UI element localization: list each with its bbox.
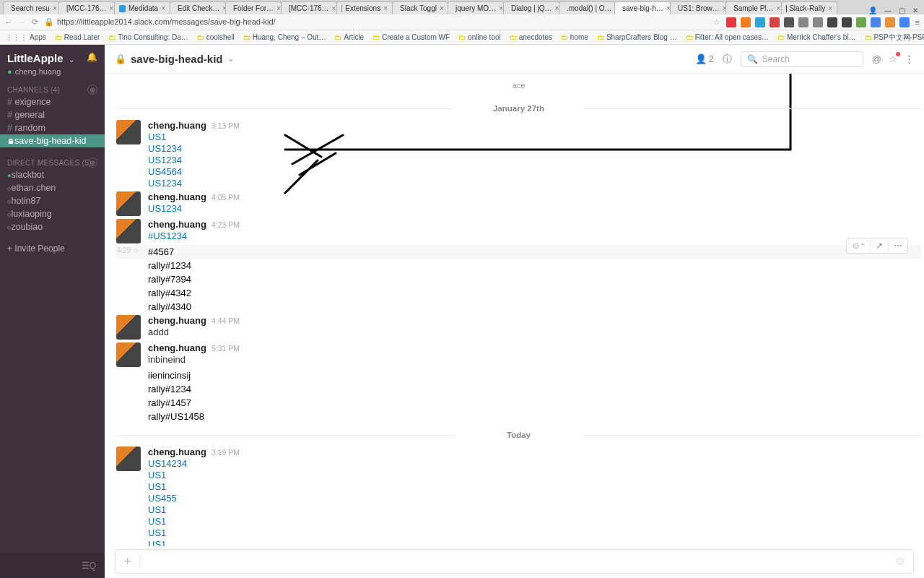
extension-icon[interactable]: [871, 17, 881, 27]
member-count[interactable]: 👤2: [695, 53, 714, 64]
window-controls[interactable]: 👤 — ▢ ✕: [863, 7, 924, 14]
bookmark-item[interactable]: 🗀coolshell: [197, 33, 235, 41]
browser-tab[interactable]: jquery MO…×: [448, 1, 504, 14]
extension-icon[interactable]: [741, 17, 751, 27]
tab-close-icon[interactable]: ×: [53, 4, 57, 12]
avatar[interactable]: [116, 120, 141, 144]
starred-icon[interactable]: ☆: [889, 53, 897, 64]
bookmark-item[interactable]: 🗀online tool: [458, 33, 501, 41]
message-author[interactable]: cheng.huang: [148, 120, 206, 131]
browser-tab[interactable]: .modal() | O…×: [559, 1, 615, 14]
extension-icon[interactable]: [885, 17, 895, 27]
bookmark-item[interactable]: 🗀Read Later: [55, 33, 100, 41]
extension-icon[interactable]: [899, 17, 910, 27]
bookmark-item[interactable]: 🗀PSP中文网-PSP游戏…: [865, 33, 924, 43]
browser-tab[interactable]: Slack Toggl×: [392, 1, 448, 14]
bookmark-item[interactable]: 🗀Filter: All open cases…: [686, 33, 769, 41]
tab-close-icon[interactable]: ×: [777, 4, 781, 12]
chevron-down-icon[interactable]: ⌄: [227, 54, 234, 64]
add-channel-icon[interactable]: ⊕: [87, 85, 97, 95]
bookmark-item[interactable]: 🗀Tino Consulting: Da…: [108, 33, 188, 41]
bookmark-item[interactable]: 🗀Create a Custom WF: [372, 33, 450, 41]
bookmark-item[interactable]: 🗀SharpCrafters Blog …: [597, 33, 677, 41]
browser-tab[interactable]: save-big-h…×: [614, 1, 671, 14]
team-menu[interactable]: LittleApple ⌄: [7, 52, 97, 64]
forward-icon[interactable]: →: [18, 18, 26, 27]
browser-tab[interactable]: Dialog | jQ…×: [503, 1, 559, 14]
close-icon[interactable]: ✕: [912, 7, 918, 14]
browser-tab[interactable]: [MCC-176…×: [281, 1, 337, 14]
more-actions-icon[interactable]: ⋯: [888, 238, 907, 253]
avatar[interactable]: [116, 342, 141, 367]
filter-icon[interactable]: ☰Q: [82, 561, 96, 571]
extension-icon[interactable]: [755, 17, 765, 27]
message-author[interactable]: cheng.huang: [148, 315, 206, 326]
extension-icon[interactable]: [827, 17, 837, 27]
emoji-icon[interactable]: ☺: [887, 555, 913, 568]
browser-tab[interactable]: Medidata×: [114, 1, 170, 14]
current-user[interactable]: ●cheng.huang: [0, 67, 105, 82]
bookmark-item[interactable]: 🗀home: [561, 33, 588, 41]
browser-tab[interactable]: Edit Check…×: [170, 1, 226, 14]
maximize-icon[interactable]: ▢: [899, 7, 905, 14]
tab-close-icon[interactable]: ×: [828, 4, 832, 12]
mentions-icon[interactable]: @: [872, 53, 881, 64]
avatar[interactable]: [116, 315, 141, 340]
apps-shortcut[interactable]: ⋮⋮⋮ Apps: [6, 33, 46, 41]
hamburger-icon[interactable]: ≡: [915, 18, 920, 27]
tab-close-icon[interactable]: ×: [110, 4, 114, 12]
bookmark-item[interactable]: 🗀anecdotes: [510, 33, 552, 41]
search-input[interactable]: 🔍Search: [741, 51, 863, 67]
extension-icon[interactable]: [798, 17, 808, 27]
sidebar-channel[interactable]: exigence: [0, 95, 105, 108]
browser-tab[interactable]: US1: Brow…×: [670, 1, 726, 14]
extension-icon[interactable]: [856, 17, 866, 27]
direct-messages-header[interactable]: DIRECT MESSAGES (5)⊕: [0, 155, 105, 168]
bookmark-item[interactable]: 🗀Article: [334, 33, 364, 41]
browser-tab[interactable]: Slack-Rally×: [781, 1, 837, 14]
tab-close-icon[interactable]: ×: [161, 4, 165, 12]
sidebar-dm[interactable]: zoubiao: [0, 220, 105, 233]
sidebar-channel[interactable]: save-big-head-kid: [0, 134, 105, 147]
tab-close-icon[interactable]: ×: [440, 4, 444, 12]
back-icon[interactable]: ←: [4, 18, 12, 27]
extension-icon[interactable]: [726, 17, 736, 27]
avatar[interactable]: [116, 219, 141, 243]
sidebar-dm[interactable]: hotin87: [0, 194, 105, 207]
channel-title[interactable]: 🔒 save-big-head-kid ⌄: [115, 53, 234, 65]
more-icon[interactable]: ⋮: [905, 53, 914, 64]
avatar[interactable]: [116, 191, 141, 216]
add-dm-icon[interactable]: ⊕: [87, 158, 97, 168]
extension-icon[interactable]: [813, 17, 823, 27]
sidebar-dm[interactable]: luxiaoping: [0, 207, 105, 220]
browser-tab[interactable]: Folder For…×: [225, 1, 282, 14]
notifications-icon[interactable]: 🔔: [87, 52, 97, 62]
browser-tab[interactable]: Search resu×: [3, 1, 59, 14]
message-list[interactable]: ace January 27thcheng.huang3:13 PMUS1US1…: [105, 74, 924, 546]
sidebar-dm[interactable]: slackbot: [0, 168, 105, 181]
bookmark-item[interactable]: 🗀Huang, Cheng – Out…: [243, 33, 326, 41]
message-author[interactable]: cheng.huang: [148, 447, 206, 457]
sidebar-dm[interactable]: ethan.chen: [0, 181, 105, 194]
sidebar-channel[interactable]: general: [0, 108, 105, 121]
tab-close-icon[interactable]: ×: [383, 4, 388, 12]
browser-tab[interactable]: Sample Pl…×: [725, 1, 782, 14]
message-input[interactable]: [140, 556, 887, 567]
share-icon[interactable]: ↗: [870, 238, 888, 253]
invite-people[interactable]: + Invite People: [0, 233, 105, 264]
info-icon[interactable]: ⓘ: [723, 53, 732, 66]
message-author[interactable]: cheng.huang: [148, 191, 206, 202]
extension-icon[interactable]: [770, 17, 780, 27]
browser-tab[interactable]: Extensions×: [336, 1, 393, 14]
address-bar[interactable]: 🔒https://littleapple2014.slack.com/messa…: [44, 17, 707, 27]
browser-tab[interactable]: [MCC-176…×: [58, 1, 115, 14]
message-actions[interactable]: ☺⁺↗⋯: [846, 238, 908, 254]
attach-button[interactable]: +: [116, 554, 140, 569]
reload-icon[interactable]: ⟳: [32, 17, 38, 27]
avatar[interactable]: [116, 447, 141, 471]
channels-header[interactable]: CHANNELS (4)⊕: [0, 82, 105, 95]
person-icon[interactable]: 👤: [868, 7, 877, 14]
bookmark-star-icon[interactable]: ☆: [713, 17, 720, 27]
message-author[interactable]: cheng.huang: [148, 219, 206, 230]
sidebar-channel[interactable]: random: [0, 121, 105, 134]
